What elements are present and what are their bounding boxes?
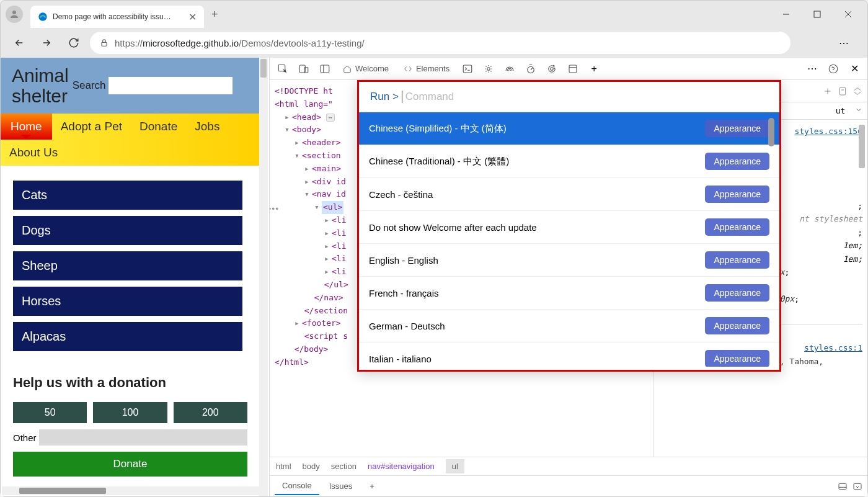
command-input[interactable]: Run >Command [359,82,779,112]
svg-rect-10 [321,65,329,73]
css-source-link-2[interactable]: styles.css:1 [804,341,862,354]
crumb-nav[interactable]: nav#sitenavigation [368,462,435,471]
command-item-label: English - English [369,255,438,266]
command-item-badge: Appearance [705,284,769,302]
page-scrollbar-vertical[interactable] [259,58,268,496]
amount-50[interactable]: 50 [13,402,87,423]
browser-menu-button[interactable]: ⋯ [833,32,855,54]
browser-window: Demo page with accessibility issu… ✕ + h… [0,0,868,497]
command-item-label: Italian - italiano [369,354,432,364]
page-nav: Home Adopt a Pet Donate Jobs About Us [1,114,260,166]
drawer-collapse-icon[interactable] [852,481,862,491]
donation-heading: Help us with a donation [13,375,247,391]
chevron-down-icon[interactable] [855,106,862,114]
search-input[interactable] [108,77,232,94]
command-item-1[interactable]: Chinese (Traditional) - 中文 (繁體)Appearanc… [359,145,779,178]
animal-alpacas[interactable]: Alpacas [13,322,242,351]
animal-horses[interactable]: Horses [13,287,242,316]
command-list: Chinese (Simplified) - 中文 (简体)Appearance… [359,112,779,367]
minimize-button[interactable] [772,4,800,24]
inspect-icon[interactable] [273,60,292,78]
nav-adopt[interactable]: Adopt a Pet [52,114,131,140]
lock-icon [100,38,108,47]
nav-donate[interactable]: Donate [131,114,186,140]
animal-dogs[interactable]: Dogs [13,216,242,245]
help-icon[interactable] [824,60,843,78]
donate-button[interactable]: Donate [13,452,247,477]
svg-point-15 [551,67,554,70]
command-item-label: Do not show Welcome after each update [369,222,537,233]
page-scrollbar-horizontal[interactable] [2,486,259,495]
palette-scrollbar[interactable] [768,118,776,146]
performance-icon[interactable] [521,60,540,78]
devtools-close-icon[interactable]: ✕ [845,60,864,78]
command-item-3[interactable]: Do not show Welcome after each updateApp… [359,211,779,244]
drawer-tab-issues[interactable]: Issues [322,478,360,495]
command-item-5[interactable]: French - françaisAppearance [359,277,779,310]
crumb-html[interactable]: html [276,462,291,471]
command-item-7[interactable]: Italian - italianoAppearance [359,343,779,367]
devtools-tab-elements[interactable]: Elements [397,59,456,78]
crumb-section[interactable]: section [331,462,356,471]
refresh-button[interactable] [63,32,85,54]
back-button[interactable] [8,32,30,54]
command-item-6[interactable]: German - DeutschAppearance [359,310,779,343]
other-label: Other [13,432,37,443]
drawer-tab-console[interactable]: Console [275,477,319,495]
page-title: Animalshelter [12,65,69,106]
other-amount-input[interactable] [39,429,247,446]
command-item-4[interactable]: English - EnglishAppearance [359,244,779,277]
profile-icon[interactable] [6,6,23,23]
drawer-add-tab[interactable]: + [362,478,382,495]
expand-icon[interactable] [852,86,862,96]
url-field[interactable]: https://microsoftedge.github.io/Demos/de… [90,32,790,54]
forward-button[interactable] [35,32,58,54]
tab-close-icon[interactable]: ✕ [188,11,197,23]
command-item-badge: Appearance [705,153,769,170]
drawer: Console Issues + [270,475,867,496]
new-style-icon[interactable] [823,86,833,96]
crumb-body[interactable]: body [303,462,320,471]
animal-cats[interactable]: Cats [13,181,242,210]
devtools-tab-welcome[interactable]: Welcome [337,59,395,78]
edge-favicon-icon [38,12,48,22]
hover-icon[interactable] [838,86,848,96]
command-item-badge: Appearance [705,251,769,269]
title-bar: Demo page with accessibility issu… ✕ + [1,1,867,28]
new-tab-button[interactable]: + [211,8,218,21]
amount-200[interactable]: 200 [174,402,247,423]
devtools-toolbar: Welcome Elements + ⋯ ✕ [270,58,867,80]
device-toggle-icon[interactable] [294,60,313,78]
animal-sheep[interactable]: Sheep [13,251,242,280]
command-item-label: Chinese (Traditional) - 中文 (繁體) [369,156,509,168]
styles-scrollbar[interactable] [859,125,866,168]
crumb-ul[interactable]: ul [446,459,464,473]
browser-tab[interactable]: Demo page with accessibility issu… ✕ [30,6,204,28]
amount-100[interactable]: 100 [93,402,167,423]
command-item-badge: Appearance [705,350,769,367]
css-source-link[interactable]: styles.css:156 [794,125,862,138]
tab-title: Demo page with accessibility issu… [53,12,184,21]
svg-rect-12 [463,65,472,73]
maximize-button[interactable] [803,4,831,24]
console-icon[interactable] [458,60,477,78]
application-icon[interactable] [564,60,582,78]
command-item-badge: Appearance [705,120,769,137]
styles-tab-cut[interactable]: ut [836,106,846,115]
close-window-button[interactable] [834,4,862,24]
memory-icon[interactable] [542,60,561,78]
command-item-label: French - français [369,288,439,298]
drawer-dock-icon[interactable] [838,481,848,491]
nav-about[interactable]: About Us [1,140,66,166]
command-item-2[interactable]: Czech - češtinaAppearance [359,178,779,211]
dock-icon[interactable] [316,60,334,78]
svg-rect-9 [304,67,308,72]
sources-icon[interactable] [479,60,498,78]
command-item-0[interactable]: Chinese (Simplified) - 中文 (简体)Appearance [359,112,779,145]
devtools-menu-icon[interactable]: ⋯ [803,60,822,78]
nav-home[interactable]: Home [1,114,52,140]
more-tabs-icon[interactable]: + [585,60,603,78]
nav-jobs[interactable]: Jobs [186,114,228,140]
url-text: https://microsoftedge.github.io/Demos/de… [115,38,365,48]
network-icon[interactable] [500,60,519,78]
